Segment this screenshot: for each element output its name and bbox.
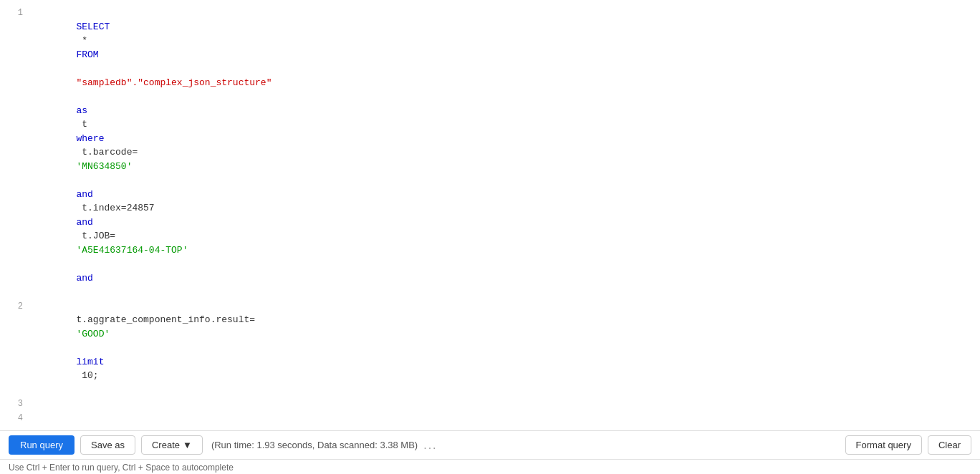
run-info-text: (Run time: 1.93 seconds, Data scanned: 3… — [211, 440, 418, 450]
kw-select: SELECT — [76, 21, 110, 32]
line-number-3: 3 — [6, 397, 23, 410]
create-button[interactable]: Create ▼ — [141, 435, 203, 455]
clear-button[interactable]: Clear — [928, 435, 971, 455]
table-name: "sampledb"."complex_json_structure" — [76, 77, 272, 88]
line-content-2: t.aggrate_component_info.result= 'GOOD' … — [32, 299, 980, 397]
create-label: Create — [152, 440, 180, 450]
line-number-1: 1 — [6, 6, 23, 19]
format-query-button[interactable]: Format query — [845, 435, 922, 455]
editor-line-4: 4 — [6, 411, 980, 425]
editor-line-1: 1 SELECT * FROM "sampledb"."complex_json… — [6, 6, 980, 299]
toolbar-right: Format query Clear — [845, 435, 971, 455]
more-options-icon[interactable]: ... — [423, 439, 437, 452]
editor-container: 1 SELECT * FROM "sampledb"."complex_json… — [0, 0, 980, 474]
line-number-2: 2 — [6, 299, 23, 313]
line-content-1: SELECT * FROM "sampledb"."complex_json_s… — [32, 6, 980, 299]
editor-line-2: 2 t.aggrate_component_info.result= 'GOOD… — [6, 299, 980, 397]
chevron-down-icon: ▼ — [183, 440, 192, 450]
keyboard-hint: Use Ctrl + Enter to run query, Ctrl + Sp… — [0, 460, 980, 474]
editor-line-3: 3 — [6, 397, 980, 411]
kw-from: FROM — [76, 49, 98, 60]
run-query-button[interactable]: Run query — [9, 435, 75, 455]
query-toolbar: Run query Save as Create ▼ (Run time: 1.… — [0, 431, 980, 460]
line-number-4: 4 — [6, 411, 23, 425]
save-as-button[interactable]: Save as — [80, 435, 135, 455]
query-editor[interactable]: 1 SELECT * FROM "sampledb"."complex_json… — [0, 0, 980, 431]
